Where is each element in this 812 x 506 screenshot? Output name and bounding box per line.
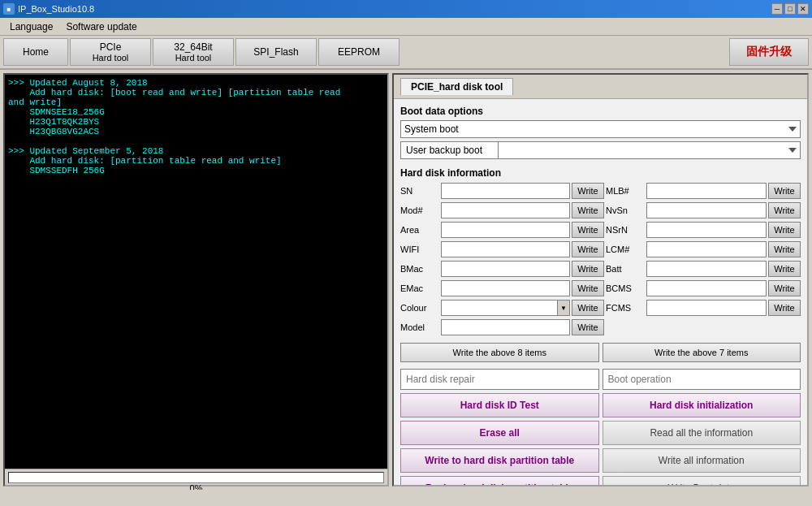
toolbar-firmware-upgrade[interactable]: 固件升级 <box>729 38 809 66</box>
field-nvsn: NvSn Write <box>606 201 801 219</box>
field-mlb-input[interactable] <box>646 183 767 199</box>
field-emac-input[interactable] <box>441 280 570 296</box>
user-backup-boot-row: User backup boot <box>400 141 801 159</box>
field-mod: Mod# Write <box>400 201 604 219</box>
field-sn-write[interactable]: Write <box>572 183 604 199</box>
system-boot-select[interactable]: System boot <box>400 120 801 138</box>
field-nsrn: NSrN Write <box>606 221 801 239</box>
field-area: Area Write <box>400 221 604 239</box>
write-boot-data-button[interactable]: Write Boot data <box>603 476 801 485</box>
field-colour-write[interactable]: Write <box>572 300 604 316</box>
progress-bar: 0% <box>8 472 384 483</box>
field-mod-input[interactable] <box>441 202 570 218</box>
field-lcm: LCM# Write <box>606 240 801 258</box>
toolbar-32-64bit[interactable]: 32_64Bit Hard tool <box>153 38 234 66</box>
field-emac-label: EMac <box>400 283 441 293</box>
field-fcms: FCMS Write <box>606 299 801 317</box>
actions-grid: Hard disk ID Test Erase all Write to har… <box>400 369 801 485</box>
hd-fields-grid: SN Write Mod# Write Area Write <box>400 182 801 336</box>
write-all-information-button[interactable]: Write all information <box>603 448 801 473</box>
field-bmac: BMac Write <box>400 260 604 278</box>
field-bcms-write[interactable]: Write <box>768 280 801 296</box>
toolbar-eeprom[interactable]: EEPROM <box>318 38 400 66</box>
maximize-button[interactable]: □ <box>784 3 796 15</box>
hard-disk-info: Hard disk information SN Write Mod# Writ… <box>400 167 801 336</box>
field-nvsn-label: NvSn <box>606 205 646 215</box>
colour-dropdown-btn[interactable]: ▼ <box>557 300 570 316</box>
field-bcms-label: BCMS <box>606 283 646 293</box>
field-nsrn-write[interactable]: Write <box>768 222 801 238</box>
boot-data-options: Boot data options System boot User backu… <box>400 106 801 159</box>
field-bmac-write[interactable]: Write <box>572 261 604 277</box>
hd-right-col: MLB# Write NvSn Write NSrN Write <box>606 182 801 336</box>
field-lcm-write[interactable]: Write <box>768 241 801 257</box>
field-model-write[interactable]: Write <box>572 319 604 335</box>
field-mlb: MLB# Write <box>606 182 801 200</box>
field-mlb-write[interactable]: Write <box>768 183 801 199</box>
write-above-7-button[interactable]: Write the above 7 items <box>603 343 801 362</box>
progress-bar-container: 0% <box>5 469 387 485</box>
field-area-write[interactable]: Write <box>572 222 604 238</box>
toolbar: Home PCIe Hard tool 32_64Bit Hard tool S… <box>0 36 812 70</box>
right-panel: PCIE_hard disk tool Boot data options Sy… <box>392 73 809 487</box>
panel-body: Boot data options System boot User backu… <box>394 99 807 485</box>
field-model-input[interactable] <box>441 319 570 335</box>
close-button[interactable]: ✕ <box>797 3 809 15</box>
field-model: Model Write <box>400 318 604 336</box>
field-batt-write[interactable]: Write <box>768 261 801 277</box>
hard-disk-repair-input[interactable] <box>400 369 599 390</box>
erase-all-button[interactable]: Erase all <box>400 421 599 445</box>
field-nsrn-label: NSrN <box>606 225 646 235</box>
hd-left-col: SN Write Mod# Write Area Write <box>400 182 604 336</box>
user-backup-boot-label: User backup boot <box>400 141 498 159</box>
field-sn-label: SN <box>400 186 441 196</box>
hard-disk-id-test-button[interactable]: Hard disk ID Test <box>400 393 599 417</box>
field-fcms-input[interactable] <box>646 300 767 316</box>
field-colour-input[interactable] <box>441 300 557 316</box>
write-to-hard-disk-partition-table-button[interactable]: Write to hard disk partition table <box>400 448 599 473</box>
tab-pcie-hard-disk-tool[interactable]: PCIE_hard disk tool <box>400 78 513 95</box>
field-bmac-input[interactable] <box>441 261 570 277</box>
field-wifi-write[interactable]: Write <box>572 241 604 257</box>
hard-disk-initialization-button[interactable]: Hard disk initialization <box>603 393 801 417</box>
field-area-label: Area <box>400 225 441 235</box>
minimize-button[interactable]: ─ <box>771 3 783 15</box>
field-area-input[interactable] <box>441 222 570 238</box>
field-batt-input[interactable] <box>646 261 767 277</box>
field-sn: SN Write <box>400 182 604 200</box>
field-emac-write[interactable]: Write <box>572 280 604 296</box>
title-bar: ■ IP_Box_Studio10.8 ─ □ ✕ <box>0 0 812 18</box>
panel-tabs: PCIE_hard disk tool <box>394 75 807 99</box>
field-mod-label: Mod# <box>400 205 441 215</box>
menu-bar: Language Software update <box>0 18 812 36</box>
field-mod-write[interactable]: Write <box>572 202 604 218</box>
field-lcm-input[interactable] <box>646 241 767 257</box>
field-fcms-write[interactable]: Write <box>768 300 801 316</box>
field-nvsn-write[interactable]: Write <box>768 202 801 218</box>
actions-left-col: Hard disk ID Test Erase all Write to har… <box>400 369 599 485</box>
main-content: >>> Updated August 8, 2018 Add hard disk… <box>0 70 812 490</box>
field-emac: EMac Write <box>400 279 604 297</box>
field-sn-input[interactable] <box>441 183 570 199</box>
field-nsrn-input[interactable] <box>646 222 767 238</box>
boot-operation-input[interactable] <box>603 369 801 390</box>
field-bcms-input[interactable] <box>646 280 767 296</box>
toolbar-home[interactable]: Home <box>3 38 68 66</box>
user-backup-boot-select[interactable] <box>498 141 801 159</box>
backup-hard-disk-partition-table-button[interactable]: Backup hard disk partition table <box>400 476 599 485</box>
toolbar-spi-flash[interactable]: SPI_Flash <box>235 38 317 66</box>
field-mlb-label: MLB# <box>606 186 646 196</box>
toolbar-pcie[interactable]: PCIe Hard tool <box>70 38 151 66</box>
read-all-information-button[interactable]: Read all the information <box>603 421 801 445</box>
progress-label: 0% <box>9 482 383 491</box>
field-colour-label: Colour <box>400 303 441 313</box>
menu-software-update[interactable]: Software update <box>59 19 143 34</box>
field-nvsn-input[interactable] <box>646 202 767 218</box>
terminal-output: >>> Updated August 8, 2018 Add hard disk… <box>5 75 387 469</box>
window-controls: ─ □ ✕ <box>771 3 809 15</box>
menu-language[interactable]: Language <box>3 19 59 34</box>
field-wifi-label: WIFI <box>400 244 441 254</box>
field-bmac-label: BMac <box>400 264 441 274</box>
write-above-8-button[interactable]: Write the above 8 items <box>400 343 599 362</box>
field-wifi-input[interactable] <box>441 241 570 257</box>
